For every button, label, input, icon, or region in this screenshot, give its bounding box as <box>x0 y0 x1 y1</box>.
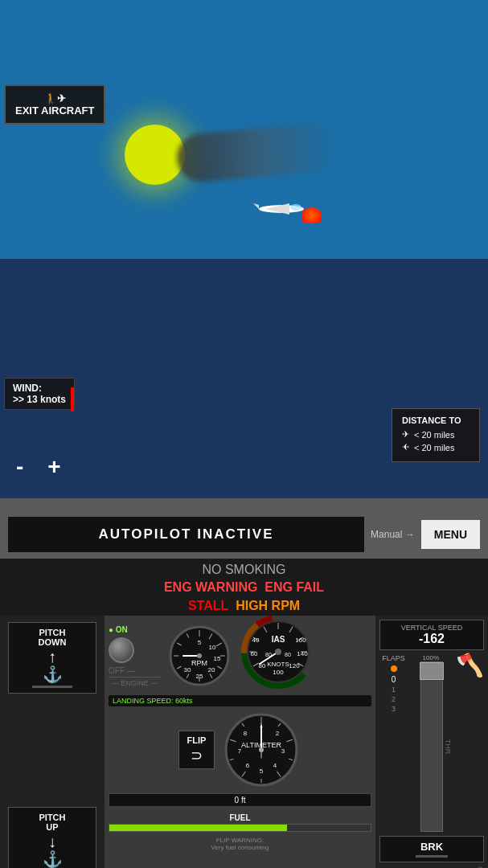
alt-row: FLIP ⊃ <box>109 710 371 790</box>
svg-text:RPM: RPM <box>191 659 207 667</box>
cockpit-grid: PITCH DOWN ↑ ⚓ PITCH UP ↓ ⚓ <box>0 616 488 868</box>
pitch-down-arrow-icon: ↑ <box>48 649 56 665</box>
svg-text:140: 140 <box>297 650 308 657</box>
zoom-out-button[interactable]: - <box>16 456 23 478</box>
brk-underline <box>416 855 448 858</box>
engine-row: ● ON OFF — — ENGINE — <box>109 620 371 692</box>
wind-bar <box>71 387 74 411</box>
svg-text:100: 100 <box>273 669 284 676</box>
landing-speed-bar: LANDING SPEED: 60kts <box>109 695 371 706</box>
svg-text:120: 120 <box>289 662 300 669</box>
svg-text:IAS: IAS <box>272 635 285 644</box>
throttle-track[interactable]: THR <box>420 661 443 832</box>
wind-indicator: WIND: >> 13 knots <box>4 378 75 410</box>
svg-text:80: 80 <box>285 652 291 657</box>
engine-knob[interactable] <box>109 637 134 663</box>
engine-on-label: ● ON <box>109 625 128 634</box>
svg-text:10: 10 <box>209 644 216 651</box>
brk-button[interactable]: BRK <box>379 836 484 862</box>
flaps-led <box>391 665 397 672</box>
fuel-track <box>109 824 371 832</box>
axe-icon: 🪓 <box>456 654 484 832</box>
svg-text:60: 60 <box>251 650 258 657</box>
warning-strip: NO SMOKING ENG WARNING ENG FAIL STALL HI… <box>0 559 488 616</box>
distance-panel: DISTANCE TO ✈ < 20 miles ✈ < 20 miles <box>392 408 480 462</box>
stall-label: STALL <box>188 599 228 612</box>
flip-warning-label: FLIP WARNING:Very fuel consuming <box>109 837 371 851</box>
game-scene: 🚶✈ EXIT AIRCRAFT WIND: >> 13 knots DISTA… <box>0 0 488 498</box>
svg-text:40: 40 <box>252 637 260 644</box>
autopilot-status-button[interactable]: AUTOPILOT INACTIVE <box>8 517 364 552</box>
engine-off-label: OFF — <box>109 666 135 675</box>
throttle-column: 100% THR <box>410 654 453 832</box>
high-rpm-label: HIGH RPM <box>236 599 300 612</box>
eng-warning-label: ENG WARNING <box>164 580 257 594</box>
altitude-display: 0 ft <box>109 793 371 807</box>
right-panel: VERTICAL SPEED -162 FLAPS 0 1 2 3 100% <box>375 616 488 868</box>
no-smoking-label: NO SMOKING <box>202 563 285 576</box>
left-panel: PITCH DOWN ↑ ⚓ PITCH UP ↓ ⚓ <box>0 616 105 868</box>
eng-fail-label: ENG FAIL <box>265 580 324 594</box>
ias-gauge: 40 60 80 100 120 140 160 IAS KNOTS <box>238 616 318 692</box>
engine-toggle: ● ON OFF — — ENGINE — <box>109 625 161 687</box>
svg-text:20: 20 <box>208 666 215 674</box>
engine-footer-label: — ENGINE — <box>109 677 161 687</box>
svg-text:8: 8 <box>244 730 248 737</box>
plane-icon-2: ✈ <box>402 442 409 452</box>
smoke-trail <box>175 121 339 183</box>
cockpit-panel: NO SMOKING ENG WARNING ENG FAIL STALL HI… <box>0 559 488 868</box>
vertical-speed-display: VERTICAL SPEED -162 <box>379 620 484 650</box>
svg-text:160: 160 <box>295 637 306 644</box>
zoom-in-button[interactable]: + <box>47 456 60 478</box>
zoom-controls: - + <box>16 456 61 478</box>
svg-text:5: 5 <box>260 768 264 775</box>
pitch-down-button[interactable]: PITCH DOWN ↑ ⚓ <box>8 622 96 694</box>
flip-button[interactable]: FLIP ⊃ <box>178 731 215 769</box>
flaps-panel: FLAPS 0 1 2 3 <box>379 654 408 832</box>
svg-text:25: 25 <box>196 673 203 680</box>
svg-text:4: 4 <box>273 762 277 769</box>
sun <box>125 125 185 185</box>
svg-text:15: 15 <box>214 655 221 662</box>
exit-icon: 🚶✈ <box>44 92 66 104</box>
center-panel: ● ON OFF — — ENGINE — <box>105 616 375 868</box>
svg-text:80: 80 <box>265 652 272 657</box>
svg-text:KNOTS: KNOTS <box>267 661 289 668</box>
manual-label: Manual → <box>371 529 415 540</box>
flip-icon: ⊃ <box>191 747 203 764</box>
svg-text:3: 3 <box>281 747 285 755</box>
svg-text:30: 30 <box>184 666 191 674</box>
altimeter-gauge: 1 2 3 4 5 6 7 8 ALTIMETER <box>221 710 301 790</box>
pitch-up-anchor-icon: ⚓ <box>43 851 63 867</box>
pitch-down-underline <box>32 686 72 688</box>
fuel-area: FUEL <box>109 813 371 832</box>
throttle-handle[interactable] <box>420 662 444 680</box>
pitch-up-arrow-icon: ↓ <box>48 833 56 850</box>
fuel-fill <box>109 825 287 831</box>
svg-text:2: 2 <box>276 730 280 737</box>
autopilot-bar: AUTOPILOT AUTOPILOT INACTIVE Manual → ME… <box>0 498 488 559</box>
svg-marker-3 <box>253 203 259 209</box>
pitch-down-anchor-icon: ⚓ <box>43 666 63 682</box>
menu-button[interactable]: MENU <box>421 520 480 549</box>
rpm-gauge: 5 10 15 20 25 30 RPM <box>167 624 232 688</box>
svg-point-48 <box>275 649 281 655</box>
pitch-up-button[interactable]: PITCH UP ↓ ⚓ <box>8 807 96 868</box>
flaps-throttle-row: FLAPS 0 1 2 3 100% THR 🪓 <box>379 654 484 832</box>
fire <box>301 207 322 223</box>
svg-text:5: 5 <box>198 639 202 646</box>
svg-point-25 <box>197 653 202 658</box>
svg-text:6: 6 <box>246 762 250 769</box>
svg-point-75 <box>259 747 264 752</box>
exit-aircraft-button[interactable]: 🚶✈ EXIT AIRCRAFT <box>4 84 105 125</box>
svg-point-4 <box>290 204 301 211</box>
plane-icon-1: ✈ <box>402 429 409 440</box>
